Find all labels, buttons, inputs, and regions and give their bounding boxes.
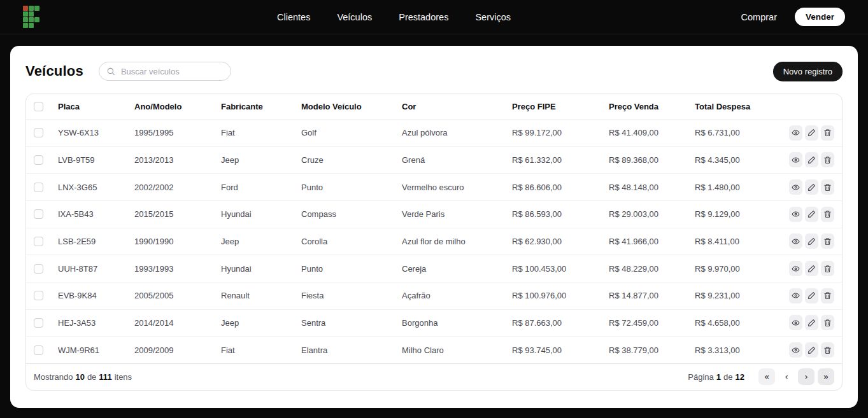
first-page-button[interactable]: « bbox=[758, 368, 775, 385]
last-page-button[interactable]: » bbox=[818, 368, 834, 385]
nav-item-veiculos[interactable]: Veículos bbox=[337, 12, 372, 22]
nav-item-servicos[interactable]: Serviços bbox=[475, 12, 511, 22]
cell-modelo-veiculo: Fiesta bbox=[301, 291, 402, 300]
row-checkbox[interactable] bbox=[34, 264, 43, 274]
edit-button[interactable] bbox=[805, 179, 818, 195]
cell-ano-modelo: 2002/2002 bbox=[134, 183, 221, 192]
page-label: Página bbox=[688, 372, 713, 382]
row-checkbox[interactable] bbox=[34, 209, 43, 219]
cell-preco-venda: R$ 29.003,00 bbox=[609, 209, 695, 219]
row-checkbox[interactable] bbox=[34, 237, 43, 246]
row-checkbox[interactable] bbox=[34, 155, 43, 165]
edit-button[interactable] bbox=[805, 288, 818, 303]
view-button[interactable] bbox=[789, 152, 802, 167]
delete-button[interactable] bbox=[821, 261, 834, 276]
row-actions bbox=[789, 179, 842, 195]
view-button[interactable] bbox=[789, 261, 802, 276]
cell-placa: HEJ-3A53 bbox=[58, 318, 134, 328]
table-row: EVB-9K84 2005/2005 Renault Fiesta Açafrã… bbox=[26, 282, 842, 309]
cell-fabricante: Hyundai bbox=[221, 264, 301, 274]
page-indicator: Página 1 de 12 bbox=[688, 372, 744, 382]
edit-button[interactable] bbox=[805, 261, 818, 276]
pencil-icon bbox=[808, 291, 816, 300]
page-of-label: de bbox=[723, 372, 732, 382]
items-label: itens bbox=[115, 372, 132, 382]
trash-icon bbox=[823, 183, 832, 192]
row-checkbox[interactable] bbox=[34, 183, 43, 192]
trash-icon bbox=[823, 346, 832, 354]
cell-cor: Verde Paris bbox=[402, 209, 512, 219]
eye-icon bbox=[792, 346, 800, 354]
new-record-button[interactable]: Novo registro bbox=[773, 62, 843, 81]
cell-ano-modelo: 2009/2009 bbox=[134, 345, 221, 355]
cell-ano-modelo: 2005/2005 bbox=[134, 291, 221, 300]
delete-button[interactable] bbox=[821, 125, 834, 141]
edit-button[interactable] bbox=[805, 207, 818, 222]
row-actions bbox=[789, 233, 842, 249]
cell-total-despesa: R$ 6.731,00 bbox=[695, 128, 789, 137]
trash-icon bbox=[823, 129, 832, 137]
select-all-checkbox[interactable] bbox=[34, 102, 43, 111]
page-title: Veículos bbox=[25, 63, 83, 80]
prev-page-button[interactable]: ‹ bbox=[778, 368, 795, 385]
page-current: 1 bbox=[716, 372, 721, 382]
view-button[interactable] bbox=[789, 288, 802, 303]
edit-button[interactable] bbox=[805, 152, 818, 167]
page-total: 12 bbox=[736, 372, 744, 382]
view-button[interactable] bbox=[789, 179, 802, 195]
cell-preco-venda: R$ 41.409,00 bbox=[609, 128, 695, 137]
cell-preco-fipe: R$ 87.663,00 bbox=[512, 318, 609, 328]
cell-total-despesa: R$ 3.313,00 bbox=[695, 345, 789, 355]
cell-ano-modelo: 2015/2015 bbox=[134, 209, 221, 219]
delete-button[interactable] bbox=[821, 342, 834, 358]
cell-cor: Milho Claro bbox=[402, 345, 512, 355]
delete-button[interactable] bbox=[821, 288, 834, 303]
nav-item-clientes[interactable]: Clientes bbox=[277, 12, 310, 22]
col-fabricante: Fabricante bbox=[221, 102, 301, 111]
row-checkbox[interactable] bbox=[34, 345, 43, 355]
view-button[interactable] bbox=[789, 125, 802, 141]
content-card: Veículos Novo registro Placa Ano/Modelo … bbox=[10, 46, 858, 408]
app-logo-icon[interactable] bbox=[23, 6, 39, 28]
edit-button[interactable] bbox=[805, 233, 818, 249]
nav-item-prestadores[interactable]: Prestadores bbox=[399, 12, 448, 22]
cell-modelo-veiculo: Corolla bbox=[301, 237, 402, 246]
cell-preco-venda: R$ 48.229,00 bbox=[609, 264, 695, 274]
row-checkbox[interactable] bbox=[34, 128, 43, 137]
cell-preco-fipe: R$ 61.332,00 bbox=[512, 155, 609, 165]
table-row: LSB-2E59 1990/1990 Jeep Corolla Azul flo… bbox=[26, 228, 842, 255]
delete-button[interactable] bbox=[821, 207, 834, 222]
edit-button[interactable] bbox=[805, 342, 818, 358]
cell-modelo-veiculo: Cruze bbox=[301, 155, 402, 165]
edit-button[interactable] bbox=[805, 315, 818, 330]
cell-placa: WJM-9R61 bbox=[58, 345, 134, 355]
cell-preco-venda: R$ 14.877,00 bbox=[609, 291, 695, 300]
cell-placa: LNX-3G65 bbox=[58, 183, 134, 192]
table-row: LNX-3G65 2002/2002 Ford Punto Vermelho e… bbox=[26, 173, 842, 200]
view-button[interactable] bbox=[789, 342, 802, 358]
row-checkbox[interactable] bbox=[34, 291, 43, 300]
vender-button[interactable]: Vender bbox=[795, 8, 845, 26]
cell-total-despesa: R$ 1.480,00 bbox=[695, 183, 789, 192]
cell-cor: Azul flor de milho bbox=[402, 237, 512, 246]
cell-preco-fipe: R$ 86.593,00 bbox=[512, 209, 609, 219]
edit-button[interactable] bbox=[805, 125, 818, 141]
search-input[interactable] bbox=[99, 62, 231, 81]
table-row: UUH-8T87 1993/1993 Hyundai Punto Cereja … bbox=[26, 254, 842, 282]
cell-fabricante: Fiat bbox=[221, 128, 301, 137]
delete-button[interactable] bbox=[821, 315, 834, 330]
row-checkbox[interactable] bbox=[34, 318, 43, 328]
next-page-button[interactable]: › bbox=[798, 368, 815, 385]
pencil-icon bbox=[808, 129, 816, 137]
delete-button[interactable] bbox=[821, 179, 834, 195]
comprar-link[interactable]: Comprar bbox=[741, 12, 777, 22]
eye-icon bbox=[792, 210, 800, 218]
cell-placa: EVB-9K84 bbox=[58, 291, 134, 300]
view-button[interactable] bbox=[789, 233, 802, 249]
cell-preco-fipe: R$ 99.172,00 bbox=[512, 128, 609, 137]
delete-button[interactable] bbox=[821, 233, 834, 249]
view-button[interactable] bbox=[789, 207, 802, 222]
cell-preco-venda: R$ 41.966,00 bbox=[609, 237, 695, 246]
view-button[interactable] bbox=[789, 315, 802, 330]
delete-button[interactable] bbox=[821, 152, 834, 167]
